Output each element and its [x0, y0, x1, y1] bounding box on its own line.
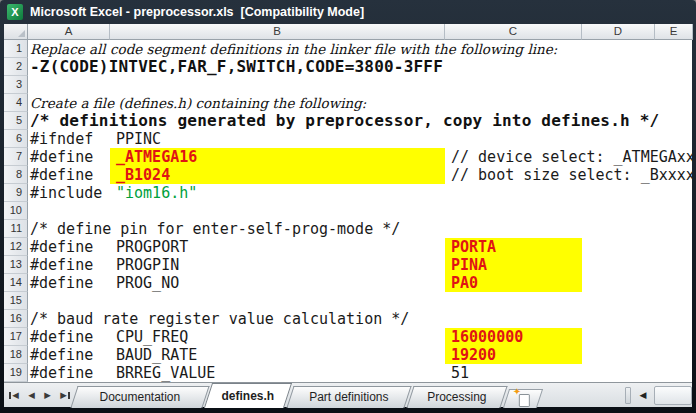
cell-B7[interactable]: _ATMEGA16: [110, 148, 445, 166]
cell-A13[interactable]: #define: [30, 256, 93, 274]
cell-A14[interactable]: #define: [30, 274, 93, 292]
title-bar: X Microsoft Excel - preprocessor.xls [Co…: [0, 0, 696, 24]
cell-C18[interactable]: 19200: [445, 346, 582, 364]
previous-sheet-button[interactable]: ◀: [24, 388, 39, 403]
row-header-2[interactable]: 2: [4, 58, 28, 76]
cell-C12[interactable]: PORTA: [445, 238, 582, 256]
row-header-6[interactable]: 6: [4, 130, 28, 148]
column-header-B[interactable]: B: [110, 24, 445, 40]
cell-A12[interactable]: #define: [30, 238, 93, 256]
cell-A1[interactable]: Replace all code segment definitions in …: [30, 40, 557, 58]
cell-B8[interactable]: _B1024: [110, 166, 445, 184]
select-all-triangle-icon: [18, 30, 25, 37]
horizontal-scrollbar[interactable]: [654, 386, 692, 405]
row-header-14[interactable]: 14: [4, 274, 28, 292]
cell-B12[interactable]: PROGPORT: [110, 238, 445, 256]
sheet-tab-part-definitions[interactable]: Part definitions: [286, 386, 411, 408]
sheet-tab-bar: ◀◀▶▶ Documentationdefines.hPart definiti…: [4, 382, 692, 407]
sheet-tab-label: Documentation: [75, 387, 205, 408]
cell-B17[interactable]: CPU_FREQ: [110, 328, 445, 346]
column-header-C[interactable]: C: [445, 24, 582, 40]
cell-B19[interactable]: BRREG_VALUE: [110, 364, 445, 382]
last-sheet-button[interactable]: ▶: [56, 388, 71, 403]
row-header-1[interactable]: 1: [4, 40, 28, 58]
row-header-8[interactable]: 8: [4, 166, 28, 184]
row-header-12[interactable]: 12: [4, 238, 28, 256]
cell-comment-7[interactable]: // device select: _ATMEGAxx: [451, 148, 692, 166]
cell-C19[interactable]: 51: [445, 364, 582, 382]
tab-splitter-handle[interactable]: [625, 387, 631, 404]
row-header-16[interactable]: 16: [4, 310, 28, 328]
row-header-13[interactable]: 13: [4, 256, 28, 274]
cell-A18[interactable]: #define: [30, 346, 93, 364]
column-header-E[interactable]: E: [655, 24, 693, 40]
cell-A7[interactable]: #define: [30, 148, 93, 166]
row-header-18[interactable]: 18: [4, 346, 28, 364]
cell-C13[interactable]: PINA: [445, 256, 582, 274]
cell-A5[interactable]: /* definitions generated by preprocessor…: [30, 112, 659, 130]
column-header-row: ABCDE: [4, 24, 692, 40]
sheet-tab-label: defines.h: [209, 384, 287, 408]
excel-icon[interactable]: X: [7, 4, 23, 20]
row-header-5[interactable]: 5: [4, 112, 28, 130]
cell-C14[interactable]: PA0: [445, 274, 582, 292]
row-header-9[interactable]: 9: [4, 184, 28, 202]
cell-A16[interactable]: /* baud rate register value calculation …: [30, 310, 409, 328]
insert-worksheet-spark-icon: ✦: [513, 387, 521, 397]
row-header-10[interactable]: 10: [4, 202, 28, 220]
row-header-19[interactable]: 19: [4, 364, 28, 382]
row-header-7[interactable]: 7: [4, 148, 28, 166]
sheet-tab-processing[interactable]: Processing: [406, 386, 507, 408]
insert-worksheet-tab[interactable]: ✦: [503, 389, 543, 408]
cell-A19[interactable]: #define: [30, 364, 93, 382]
window-title: Microsoft Excel - preprocessor.xls [Comp…: [30, 0, 364, 24]
sheet-tab-label: Processing: [411, 387, 503, 408]
cell-A6[interactable]: #ifndef: [30, 130, 93, 148]
cell-B14[interactable]: PROG_NO: [110, 274, 445, 292]
row-header-15[interactable]: 15: [4, 292, 28, 310]
cell-C17[interactable]: 16000000: [445, 328, 582, 346]
sheet-tab-defines-h[interactable]: defines.h: [204, 383, 292, 408]
row-header-3[interactable]: 3: [4, 76, 28, 94]
spreadsheet-area: ABCDE 1Replace all code segment definiti…: [4, 24, 692, 407]
cell-A2[interactable]: -Z(CODE)INTVEC,FAR_F,SWITCH,CODE=3800-3F…: [30, 58, 443, 76]
cell-A4[interactable]: Create a file (defines.h) containing the…: [30, 94, 366, 112]
column-header-D[interactable]: D: [582, 24, 655, 40]
cell-A11[interactable]: /* define pin for enter-self-prog-mode *…: [30, 220, 400, 238]
cell-B9[interactable]: "iom16.h": [110, 184, 445, 202]
row-header-17[interactable]: 17: [4, 328, 28, 346]
cell-A9[interactable]: #include: [30, 184, 102, 202]
select-all-corner[interactable]: [4, 24, 28, 40]
row-header-4[interactable]: 4: [4, 94, 28, 112]
cell-comment-8[interactable]: // boot size select: _Bxxxx: [451, 166, 692, 184]
row-header-11[interactable]: 11: [4, 220, 28, 238]
column-header-A[interactable]: A: [28, 24, 110, 40]
scroll-left-arrow[interactable]: ◀: [635, 388, 651, 403]
cell-B18[interactable]: BAUD_RATE: [110, 346, 445, 364]
cell-A17[interactable]: #define: [30, 328, 93, 346]
cell-B6[interactable]: PPINC: [110, 130, 445, 148]
excel-window: X Microsoft Excel - preprocessor.xls [Co…: [0, 0, 696, 413]
sheet-tab-documentation[interactable]: Documentation: [70, 386, 209, 408]
next-sheet-button[interactable]: ▶: [40, 388, 55, 403]
grid-body: 1Replace all code segment definitions in…: [4, 40, 692, 382]
first-sheet-button[interactable]: ◀: [8, 388, 23, 403]
cell-B13[interactable]: PROGPIN: [110, 256, 445, 274]
sheet-tab-label: Part definitions: [291, 387, 407, 408]
cell-A8[interactable]: #define: [30, 166, 93, 184]
